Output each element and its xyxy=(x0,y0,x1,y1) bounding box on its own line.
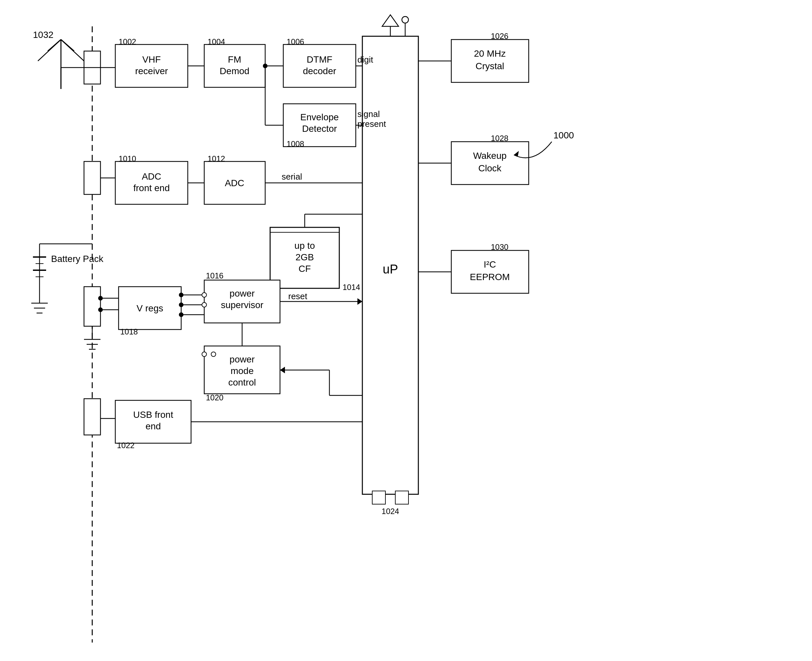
svg-text:1016: 1016 xyxy=(206,271,223,280)
svg-text:signal: signal xyxy=(357,109,380,119)
svg-text:1028: 1028 xyxy=(491,134,508,143)
svg-text:decoder: decoder xyxy=(303,66,336,76)
svg-text:1022: 1022 xyxy=(117,441,134,450)
svg-point-122 xyxy=(202,352,207,356)
svg-text:1010: 1010 xyxy=(119,154,136,163)
svg-text:1030: 1030 xyxy=(491,243,508,251)
svg-point-134 xyxy=(98,307,103,312)
svg-text:I²C: I²C xyxy=(483,259,496,270)
svg-text:FM: FM xyxy=(228,54,241,65)
svg-text:Battery Pack: Battery Pack xyxy=(51,254,104,264)
svg-text:present: present xyxy=(357,119,386,129)
svg-text:reset: reset xyxy=(288,291,308,301)
svg-text:Demod: Demod xyxy=(220,66,249,76)
svg-text:VHF: VHF xyxy=(142,54,161,65)
svg-text:1018: 1018 xyxy=(120,327,138,336)
svg-text:1000: 1000 xyxy=(554,130,574,141)
svg-point-116 xyxy=(179,312,183,317)
svg-text:supervisor: supervisor xyxy=(221,300,263,310)
svg-text:2GB: 2GB xyxy=(295,252,314,262)
svg-point-118 xyxy=(202,302,207,307)
svg-text:Envelope: Envelope xyxy=(300,112,339,122)
svg-text:V regs: V regs xyxy=(137,303,163,313)
svg-text:power: power xyxy=(230,354,255,364)
svg-text:ADC: ADC xyxy=(142,171,161,182)
svg-text:Clock: Clock xyxy=(478,163,502,173)
svg-text:Wakeup: Wakeup xyxy=(473,150,507,161)
svg-point-52 xyxy=(402,16,408,23)
svg-text:1020: 1020 xyxy=(206,393,223,402)
svg-text:DTMF: DTMF xyxy=(307,54,332,65)
svg-text:serial: serial xyxy=(282,172,302,182)
svg-rect-9 xyxy=(84,161,101,195)
svg-rect-47 xyxy=(395,491,408,504)
svg-text:1004: 1004 xyxy=(207,37,225,46)
circuit-diagram: 1032 VHF receiver 1002 FM Demod 1004 DTM… xyxy=(0,0,812,661)
svg-text:1024: 1024 xyxy=(381,507,399,516)
svg-text:mode: mode xyxy=(231,366,254,376)
svg-point-117 xyxy=(202,292,207,297)
svg-text:ADC: ADC xyxy=(225,178,244,188)
svg-text:1032: 1032 xyxy=(33,30,53,40)
svg-point-114 xyxy=(179,292,183,297)
svg-text:front end: front end xyxy=(133,183,170,193)
svg-point-132 xyxy=(98,296,103,300)
svg-rect-11 xyxy=(84,399,101,435)
svg-text:CF: CF xyxy=(298,263,311,274)
svg-text:digit: digit xyxy=(357,55,373,65)
svg-text:1012: 1012 xyxy=(207,154,225,163)
svg-text:power: power xyxy=(230,288,255,299)
svg-text:up to: up to xyxy=(295,241,315,251)
svg-text:USB front: USB front xyxy=(133,410,173,420)
svg-text:1014: 1014 xyxy=(343,283,360,292)
svg-text:Detector: Detector xyxy=(302,124,337,134)
svg-text:1008: 1008 xyxy=(287,139,304,148)
svg-text:receiver: receiver xyxy=(135,66,168,76)
svg-text:1002: 1002 xyxy=(119,37,136,46)
svg-point-123 xyxy=(211,352,216,356)
svg-text:20 MHz: 20 MHz xyxy=(474,48,506,59)
svg-text:control: control xyxy=(228,377,256,388)
svg-text:1026: 1026 xyxy=(491,32,508,40)
diagram-container: 1032 VHF receiver 1002 FM Demod 1004 DTM… xyxy=(0,0,812,661)
svg-text:Crystal: Crystal xyxy=(475,61,504,71)
svg-rect-10 xyxy=(84,287,101,326)
svg-text:EEPROM: EEPROM xyxy=(470,272,510,282)
svg-rect-46 xyxy=(372,491,385,504)
svg-point-115 xyxy=(179,302,183,307)
svg-text:1006: 1006 xyxy=(287,37,304,46)
svg-text:end: end xyxy=(145,421,161,431)
svg-text:uP: uP xyxy=(383,262,398,276)
